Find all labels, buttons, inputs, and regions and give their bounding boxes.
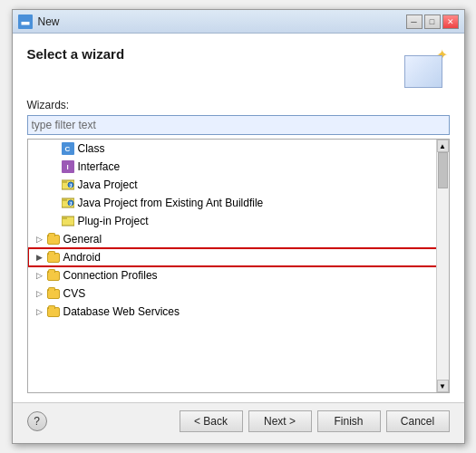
tree-item-android[interactable]: ▶ Android <box>28 248 449 266</box>
scrollbar-down-btn[interactable]: ▼ <box>437 380 449 392</box>
tree-item-plugin[interactable]: Plug-in Project <box>28 212 449 230</box>
svg-rect-7 <box>62 198 67 201</box>
window-title: New <box>38 15 60 28</box>
bottom-bar: ? < Back Next > Finish Cancel <box>13 402 464 443</box>
tree-item-label: Class <box>78 142 105 155</box>
tree-item-label: Interface <box>78 160 121 173</box>
plugin-icon <box>61 215 75 227</box>
title-buttons: ─ □ ✕ <box>406 14 459 29</box>
tree-item-label: Plug-in Project <box>78 215 149 227</box>
collapse-toggle[interactable]: ▷ <box>34 287 46 300</box>
scrollbar-track <box>437 152 449 380</box>
header-section: Select a wizard ✦ <box>27 46 450 88</box>
tree-item-label: General <box>63 233 102 246</box>
bottom-buttons: < Back Next > Finish Cancel <box>180 410 450 432</box>
tree-item-java-project[interactable]: J Java Project <box>28 176 449 194</box>
tree-item-label: Java Project from Existing Ant Buildfile <box>78 197 264 209</box>
folder-icon <box>46 305 61 318</box>
wizard-tree[interactable]: C Class I Interface <box>27 139 450 393</box>
wizard-graphic: ✦ <box>404 46 450 88</box>
folder-icon <box>46 269 61 282</box>
filter-input-wrap <box>27 115 450 135</box>
help-button[interactable]: ? <box>27 411 47 431</box>
page-title: Select a wizard <box>27 46 125 62</box>
collapse-toggle[interactable]: ▷ <box>34 305 46 318</box>
ant-project-icon: J <box>61 197 75 209</box>
toggle-placeholder <box>34 160 46 173</box>
svg-text:J: J <box>69 183 72 188</box>
scrollbar-thumb[interactable] <box>438 152 448 188</box>
back-button[interactable]: < Back <box>180 410 243 432</box>
screen-icon <box>404 55 442 88</box>
tree-item-label: Java Project <box>78 178 138 191</box>
tree-item-interface[interactable]: I Interface <box>28 158 449 176</box>
collapse-toggle[interactable]: ▷ <box>34 269 46 282</box>
scrollbar[interactable]: ▲ ▼ <box>436 140 449 392</box>
collapse-toggle[interactable]: ▷ <box>34 233 46 246</box>
tree-item-label: Connection Profiles <box>63 269 158 282</box>
new-wizard-window: New ─ □ ✕ Select a wizard ✦ Wizards: <box>12 9 465 444</box>
tree-item-connection[interactable]: ▷ Connection Profiles <box>28 266 449 284</box>
project-icon: J <box>61 178 75 191</box>
class-icon: C <box>61 142 75 155</box>
svg-text:J: J <box>69 201 72 207</box>
minimize-button[interactable]: ─ <box>406 14 423 29</box>
title-bar-left: New <box>18 14 60 29</box>
scrollbar-up-btn[interactable]: ▲ <box>437 140 449 152</box>
folder-icon <box>46 251 61 264</box>
toggle-placeholder <box>34 142 46 155</box>
svg-rect-1 <box>21 19 30 22</box>
tree-item-label: Android <box>63 251 101 264</box>
finish-button[interactable]: Finish <box>317 410 381 432</box>
tree-item-label: CVS <box>63 287 86 300</box>
tree-item-class[interactable]: C Class <box>28 140 449 158</box>
close-button[interactable]: ✕ <box>442 14 459 29</box>
wizards-label: Wizards: <box>27 99 450 111</box>
tree-item-cvs[interactable]: ▷ CVS <box>28 284 449 303</box>
window-icon <box>18 14 33 29</box>
tree-item-general[interactable]: ▷ General <box>28 230 449 248</box>
filter-input[interactable] <box>27 115 450 135</box>
bottom-left: ? <box>27 411 47 431</box>
svg-rect-3 <box>62 180 67 183</box>
next-button[interactable]: Next > <box>248 410 312 432</box>
tree-item-label: Database Web Services <box>63 305 180 318</box>
interface-icon: I <box>61 160 75 173</box>
toggle-placeholder <box>34 178 46 191</box>
cancel-button[interactable]: Cancel <box>386 410 450 432</box>
tree-item-java-ant[interactable]: J Java Project from Existing Ant Buildfi… <box>28 194 449 212</box>
folder-icon <box>46 287 61 300</box>
main-content: Select a wizard ✦ Wizards: C Class <box>13 34 464 402</box>
toggle-placeholder <box>34 215 46 227</box>
maximize-button[interactable]: □ <box>424 14 441 29</box>
toggle-placeholder <box>34 197 46 209</box>
expand-toggle[interactable]: ▶ <box>34 251 46 264</box>
tree-item-database[interactable]: ▷ Database Web Services <box>28 303 449 321</box>
folder-icon <box>46 233 61 246</box>
svg-rect-11 <box>62 217 67 219</box>
title-bar: New ─ □ ✕ <box>13 10 464 34</box>
